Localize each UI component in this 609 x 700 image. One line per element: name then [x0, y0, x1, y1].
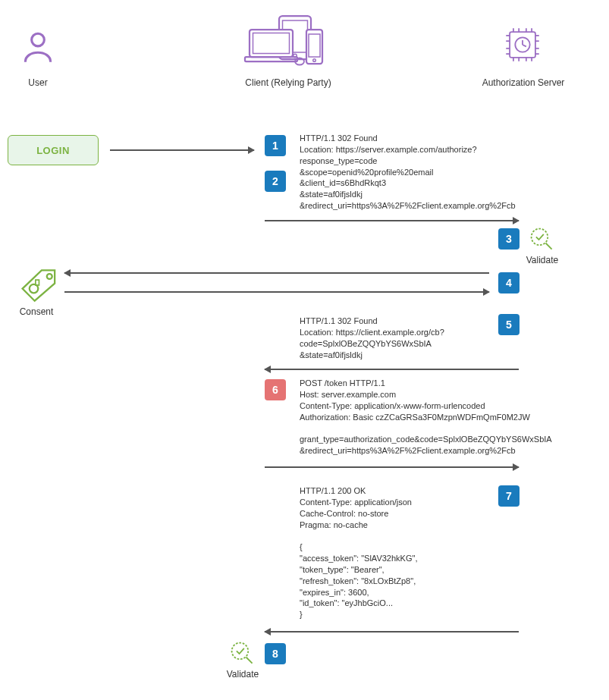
consent-label: Consent — [15, 306, 58, 317]
step-3: 3 — [498, 228, 520, 250]
validate-icon-2 — [229, 640, 256, 667]
svg-point-33 — [47, 274, 52, 279]
arrow-step12-request — [265, 220, 519, 221]
user-icon — [19, 29, 57, 67]
login-button[interactable]: LOGIN — [8, 135, 99, 165]
validate-label-2: Validate — [224, 669, 262, 680]
step-7: 7 — [498, 485, 520, 507]
http-block-2: HTTP/1.1 302 Found Location: https://cli… — [300, 315, 444, 360]
svg-point-0 — [32, 33, 45, 46]
validate-icon — [529, 226, 556, 253]
arrow-step6-request — [265, 466, 519, 468]
step-8: 8 — [265, 643, 286, 664]
step-5: 5 — [498, 314, 520, 335]
client-label: Client (Relying Party) — [231, 77, 345, 88]
http-block-4: HTTP/1.1 200 OK Content-Type: applicatio… — [300, 485, 417, 620]
server-label: Authorization Server — [470, 77, 576, 88]
step-1: 1 — [265, 135, 286, 156]
user-label: User — [8, 77, 68, 88]
http-block-1: HTTP/1.1 302 Found Location: https://ser… — [300, 133, 516, 212]
arrow-user-to-server-consent — [64, 291, 489, 293]
devices-icon — [243, 14, 334, 71]
step-4: 4 — [498, 272, 520, 293]
svg-point-36 — [232, 643, 249, 660]
http-block-3: POST /token HTTP/1.1 Host: server.exampl… — [300, 378, 552, 457]
arrow-step7-response — [265, 631, 519, 633]
step-6: 6 — [265, 379, 286, 400]
chip-icon — [501, 23, 545, 67]
svg-line-14 — [523, 45, 526, 46]
arrow-server-to-user — [64, 272, 489, 274]
arrow-step5-response — [265, 369, 519, 370]
svg-line-32 — [546, 243, 552, 250]
svg-rect-35 — [36, 280, 39, 285]
step-2: 2 — [265, 171, 286, 192]
arrow-login-to-client — [110, 149, 254, 151]
svg-rect-4 — [250, 30, 293, 57]
consent-tag-icon — [15, 268, 58, 303]
validate-label-1: Validate — [523, 255, 561, 265]
svg-point-31 — [532, 229, 548, 246]
svg-line-37 — [246, 658, 253, 664]
